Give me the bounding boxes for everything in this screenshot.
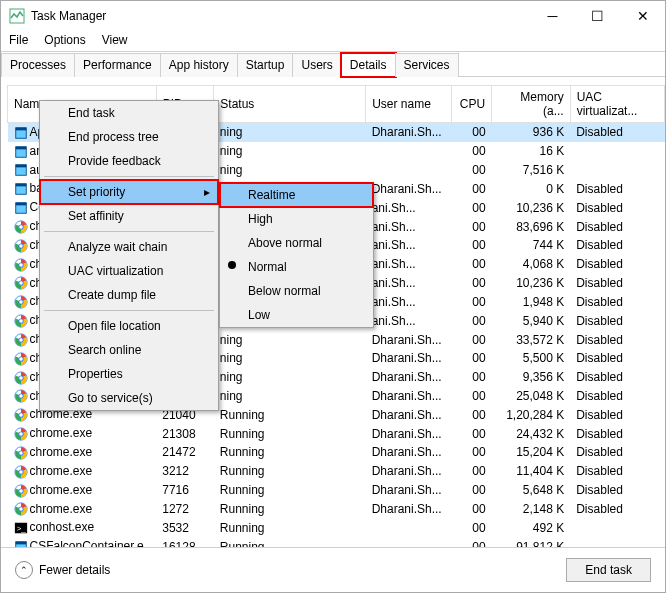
priority-low[interactable]: Low (220, 303, 373, 327)
ctx-search-online[interactable]: Search online (40, 338, 218, 362)
process-icon (14, 182, 28, 196)
svg-point-66 (19, 470, 23, 474)
svg-point-22 (19, 263, 23, 267)
priority-above-normal[interactable]: Above normal (220, 231, 373, 255)
task-manager-icon (9, 8, 25, 24)
tab-app-history[interactable]: App history (160, 53, 238, 77)
process-icon (14, 258, 28, 272)
ctx-uac-virtualization[interactable]: UAC virtualization (40, 259, 218, 283)
window-controls: ─ ☐ ✕ (530, 1, 665, 31)
ctx-set-priority[interactable]: Set priority (40, 180, 218, 204)
priority-below-normal[interactable]: Below normal (220, 279, 373, 303)
process-icon (14, 352, 28, 366)
ctx-analyze-wait-chain[interactable]: Analyze wait chain (40, 235, 218, 259)
process-icon (14, 276, 28, 290)
column-header-uac[interactable]: UAC virtualizat... (570, 86, 664, 123)
content-area: NamePIDStatusUser nameCPUMemory (a...UAC… (1, 77, 665, 547)
svg-rect-8 (15, 184, 26, 187)
priority-realtime[interactable]: Realtime (220, 183, 373, 207)
svg-point-70 (19, 489, 23, 493)
tab-performance[interactable]: Performance (74, 53, 161, 77)
svg-rect-4 (15, 146, 26, 149)
svg-text:>_: >_ (16, 524, 26, 533)
process-icon (14, 484, 28, 498)
process-icon (14, 201, 28, 215)
ctx-go-to-service-s-[interactable]: Go to service(s) (40, 386, 218, 410)
process-icon (14, 371, 28, 385)
tab-details[interactable]: Details (341, 53, 396, 77)
column-header-status[interactable]: Status (214, 86, 366, 123)
tab-bar: ProcessesPerformanceApp historyStartupUs… (1, 51, 665, 77)
table-row[interactable]: chrome.exe21308RunningDharani.Sh...0024,… (8, 424, 665, 443)
column-header-cpu[interactable]: CPU (452, 86, 492, 123)
priority-high[interactable]: High (220, 207, 373, 231)
process-icon: >_ (14, 521, 28, 535)
table-row[interactable]: chrome.exe7716RunningDharani.Sh...005,64… (8, 481, 665, 500)
fewer-details-label: Fewer details (39, 563, 110, 577)
task-manager-window: Task Manager ─ ☐ ✕ File Options View Pro… (0, 0, 666, 593)
table-row[interactable]: chrome.exe3212RunningDharani.Sh...0011,4… (8, 462, 665, 481)
priority-normal[interactable]: Normal (220, 255, 373, 279)
process-icon (14, 446, 28, 460)
svg-point-74 (19, 508, 23, 512)
process-icon (14, 502, 28, 516)
column-header-user[interactable]: User name (366, 86, 452, 123)
priority-submenu[interactable]: RealtimeHighAbove normalNormalBelow norm… (219, 182, 374, 328)
ctx-provide-feedback[interactable]: Provide feedback (40, 149, 218, 173)
titlebar: Task Manager ─ ☐ ✕ (1, 1, 665, 31)
ctx-create-dump-file[interactable]: Create dump file (40, 283, 218, 307)
table-row[interactable]: chrome.exe1272RunningDharani.Sh...002,14… (8, 500, 665, 519)
process-icon (14, 389, 28, 403)
svg-point-62 (19, 451, 23, 455)
menu-file[interactable]: File (9, 33, 28, 47)
menubar: File Options View (1, 31, 665, 51)
close-button[interactable]: ✕ (620, 1, 665, 31)
svg-point-42 (19, 357, 23, 361)
menu-options[interactable]: Options (44, 33, 85, 47)
column-header-mem[interactable]: Memory (a... (492, 86, 571, 123)
svg-point-38 (19, 338, 23, 342)
svg-point-30 (19, 301, 23, 305)
svg-point-18 (19, 244, 23, 248)
svg-point-26 (19, 282, 23, 286)
menu-view[interactable]: View (102, 33, 128, 47)
minimize-button[interactable]: ─ (530, 1, 575, 31)
end-task-button[interactable]: End task (566, 558, 651, 582)
svg-point-14 (19, 225, 23, 229)
tab-users[interactable]: Users (292, 53, 341, 77)
ctx-end-task[interactable]: End task (40, 101, 218, 125)
window-title: Task Manager (31, 9, 530, 23)
process-icon (14, 540, 28, 547)
process-icon (14, 427, 28, 441)
svg-point-46 (19, 376, 23, 380)
svg-point-34 (19, 319, 23, 323)
process-icon (14, 408, 28, 422)
ctx-end-process-tree[interactable]: End process tree (40, 125, 218, 149)
svg-rect-78 (15, 542, 26, 545)
tab-startup[interactable]: Startup (237, 53, 294, 77)
svg-point-58 (19, 432, 23, 436)
table-row[interactable]: >_conhost.exe3532Running00492 K (8, 518, 665, 537)
svg-point-50 (19, 395, 23, 399)
process-icon (14, 465, 28, 479)
ctx-set-affinity[interactable]: Set affinity (40, 204, 218, 228)
ctx-properties[interactable]: Properties (40, 362, 218, 386)
table-row[interactable]: CSFalconContainer.e16128Running0091,812 … (8, 537, 665, 547)
tab-services[interactable]: Services (395, 53, 459, 77)
process-icon (14, 314, 28, 328)
process-icon (14, 333, 28, 347)
maximize-button[interactable]: ☐ (575, 1, 620, 31)
svg-point-54 (19, 414, 23, 418)
svg-rect-6 (15, 165, 26, 168)
svg-rect-10 (15, 203, 26, 206)
process-icon (14, 220, 28, 234)
ctx-open-file-location[interactable]: Open file location (40, 314, 218, 338)
context-menu[interactable]: End taskEnd process treeProvide feedback… (39, 100, 219, 411)
process-icon (14, 126, 28, 140)
fewer-details-toggle[interactable]: ⌃ Fewer details (15, 561, 110, 579)
process-icon (14, 163, 28, 177)
tab-processes[interactable]: Processes (1, 53, 75, 77)
table-row[interactable]: chrome.exe21472RunningDharani.Sh...0015,… (8, 443, 665, 462)
process-icon (14, 295, 28, 309)
footer: ⌃ Fewer details End task (1, 547, 665, 592)
